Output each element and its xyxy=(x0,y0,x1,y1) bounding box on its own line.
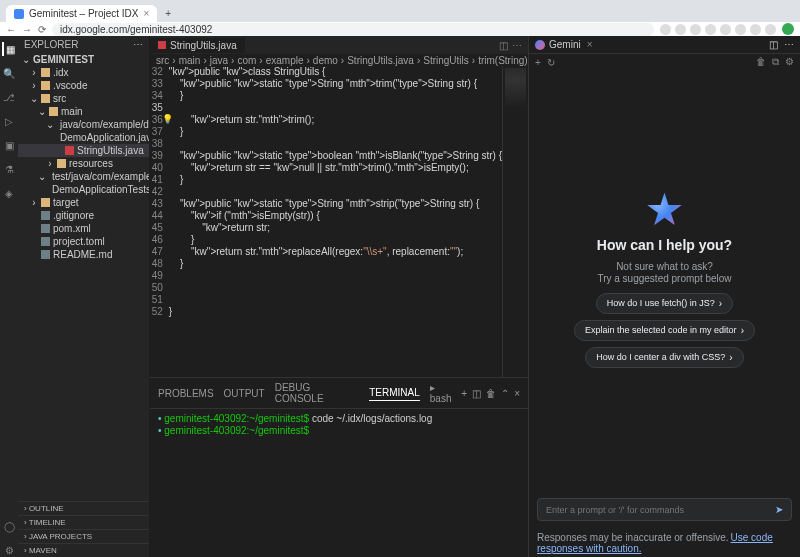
ext-icon[interactable] xyxy=(705,24,716,35)
debug-icon[interactable]: ▷ xyxy=(2,114,16,128)
settings-icon[interactable]: ⚙ xyxy=(785,56,794,68)
ide-window: ▦ 🔍 ⎇ ▷ ▣ ⚗ ◈ ◯ ⚙ EXPLORER ⋯ ⌄GEMINITEST… xyxy=(0,36,800,557)
more-icon[interactable]: ⋯ xyxy=(512,40,522,51)
panel-tab[interactable]: OUTPUT xyxy=(224,386,265,401)
gemini-input[interactable]: ➤ xyxy=(537,498,792,521)
settings-icon[interactable]: ⚙ xyxy=(2,543,16,557)
new-terminal-icon[interactable]: + xyxy=(461,388,467,399)
forward-icon[interactable]: → xyxy=(22,24,32,35)
new-chat-icon[interactable]: + xyxy=(535,57,541,68)
more-icon[interactable]: ⋯ xyxy=(784,39,794,50)
chevron-right-icon: › xyxy=(719,298,722,309)
bottom-panel: PROBLEMSOUTPUTDEBUG CONSOLETERMINAL ▸ ba… xyxy=(150,377,528,557)
browser-tab[interactable]: Geminitest – Project IDX × xyxy=(6,5,157,22)
more-icon[interactable]: ⋯ xyxy=(133,39,143,50)
profile-icon[interactable] xyxy=(782,23,794,35)
ext-icon[interactable] xyxy=(660,24,671,35)
suggestion-chip[interactable]: How do I center a div with CSS? › xyxy=(585,347,743,368)
sidebar-section[interactable]: › OUTLINE xyxy=(18,501,149,515)
gemini-toolbar: + ↻ 🗑 ⧉ ⚙ xyxy=(529,54,800,70)
tree-item[interactable]: ›.idx xyxy=(18,66,149,79)
tree-item[interactable]: DemoApplicationTests.java xyxy=(18,183,149,196)
idx-icon[interactable]: ◈ xyxy=(2,186,16,200)
open-external-icon[interactable]: ⧉ xyxy=(772,56,779,68)
close-gemini-tab-icon[interactable]: × xyxy=(587,39,593,50)
tree-item[interactable]: ⌄src xyxy=(18,92,149,105)
panel-tab[interactable]: PROBLEMS xyxy=(158,386,214,401)
account-icon[interactable]: ◯ xyxy=(2,519,16,533)
tree-item[interactable]: pom.xml xyxy=(18,222,149,235)
history-icon[interactable]: ↻ xyxy=(547,57,555,68)
test-icon[interactable]: ⚗ xyxy=(2,162,16,176)
close-tab-icon[interactable]: × xyxy=(143,8,149,19)
breadcrumb[interactable]: src›main›java›com›example›demo›StringUti… xyxy=(150,54,528,66)
tree-item[interactable]: ⌄test/java/com/example/demo xyxy=(18,170,149,183)
explorer-sidebar: EXPLORER ⋯ ⌄GEMINITEST ›.idx›.vscode⌄src… xyxy=(18,36,150,557)
gemini-panel: Gemini × ◫ ⋯ + ↻ 🗑 ⧉ ⚙ How can I help yo… xyxy=(528,36,800,557)
send-icon[interactable]: ➤ xyxy=(775,504,783,515)
suggestion-chip[interactable]: How do I use fetch() in JS? › xyxy=(596,293,733,314)
gemini-logo-icon xyxy=(535,40,545,50)
lightbulb-icon[interactable]: 💡 xyxy=(162,114,173,124)
ext-icon[interactable] xyxy=(750,24,761,35)
terminal[interactable]: • geminitest-403092:~/geminitest$ code ~… xyxy=(150,409,528,557)
gemini-subtext: Not sure what to ask?Try a suggested pro… xyxy=(597,261,731,285)
editor-tab[interactable]: StringUtils.java xyxy=(150,38,246,53)
split-editor-icon[interactable]: ◫ xyxy=(499,40,508,51)
file-icon xyxy=(41,211,50,220)
terminal-shell-badge[interactable]: ▸ bash xyxy=(430,382,457,404)
gemini-input-area: ➤ xyxy=(529,490,800,529)
code-content[interactable]: "kw">public "kw">class StringUtils { "kw… xyxy=(169,66,502,377)
trash-icon[interactable]: 🗑 xyxy=(756,56,766,68)
sidebar-section[interactable]: › TIMELINE xyxy=(18,515,149,529)
source-control-icon[interactable]: ⎇ xyxy=(2,90,16,104)
trash-icon[interactable]: 🗑 xyxy=(486,388,496,399)
project-root[interactable]: ⌄GEMINITEST xyxy=(18,53,149,66)
minimap[interactable] xyxy=(502,66,528,377)
folder-icon xyxy=(57,159,66,168)
panel-tab[interactable]: TERMINAL xyxy=(369,385,420,401)
reload-icon[interactable]: ⟳ xyxy=(38,24,46,35)
browser-tab-title: Geminitest – Project IDX xyxy=(29,8,138,19)
ext-icon[interactable] xyxy=(690,24,701,35)
ext-icon[interactable] xyxy=(720,24,731,35)
folder-icon xyxy=(41,68,50,77)
tree-item[interactable]: ⌄java/com/example/demo xyxy=(18,118,149,131)
gemini-prompt-field[interactable] xyxy=(546,505,775,515)
code-editor[interactable]: 3233343536373839404142434445464748495051… xyxy=(150,66,528,377)
tree-item[interactable]: StringUtils.java xyxy=(18,144,149,157)
tree-item[interactable]: ›resources xyxy=(18,157,149,170)
editor-tab-actions: ◫ ⋯ xyxy=(499,40,528,51)
tree-item[interactable]: README.md xyxy=(18,248,149,261)
url-field[interactable]: idx.google.com/geminitest-403092 xyxy=(52,23,654,36)
sidebar-section[interactable]: › JAVA PROJECTS xyxy=(18,529,149,543)
tree-item[interactable]: ⌄main xyxy=(18,105,149,118)
folder-icon xyxy=(41,94,50,103)
folder-icon xyxy=(49,107,58,116)
split-panel-icon[interactable]: ◫ xyxy=(769,39,778,50)
gemini-spark-icon xyxy=(647,193,683,229)
tree-item[interactable]: ›.vscode xyxy=(18,79,149,92)
gemini-tab[interactable]: Gemini xyxy=(535,39,581,50)
browser-tab-strip: Geminitest – Project IDX × + xyxy=(0,0,800,22)
back-icon[interactable]: ← xyxy=(6,24,16,35)
tree-item[interactable]: ›target xyxy=(18,196,149,209)
new-tab-button[interactable]: + xyxy=(159,5,177,22)
ext-icon[interactable] xyxy=(675,24,686,35)
tree-item[interactable]: .gitignore xyxy=(18,209,149,222)
sidebar-section[interactable]: › MAVEN xyxy=(18,543,149,557)
search-icon[interactable]: 🔍 xyxy=(2,66,16,80)
suggestion-chip[interactable]: Explain the selected code in my editor › xyxy=(574,320,755,341)
gemini-body: How can I help you? Not sure what to ask… xyxy=(529,70,800,490)
ext-icon[interactable] xyxy=(765,24,776,35)
maximize-icon[interactable]: ⌃ xyxy=(501,388,509,399)
tree-item[interactable]: DemoApplication.java xyxy=(18,131,149,144)
close-panel-icon[interactable]: × xyxy=(514,388,520,399)
panel-tab[interactable]: DEBUG CONSOLE xyxy=(275,380,360,406)
tree-item[interactable]: project.toml xyxy=(18,235,149,248)
gemini-heading: How can I help you? xyxy=(597,237,732,253)
explorer-icon[interactable]: ▦ xyxy=(2,42,16,56)
extensions-icon[interactable]: ▣ xyxy=(2,138,16,152)
ext-icon[interactable] xyxy=(735,24,746,35)
split-terminal-icon[interactable]: ◫ xyxy=(472,388,481,399)
